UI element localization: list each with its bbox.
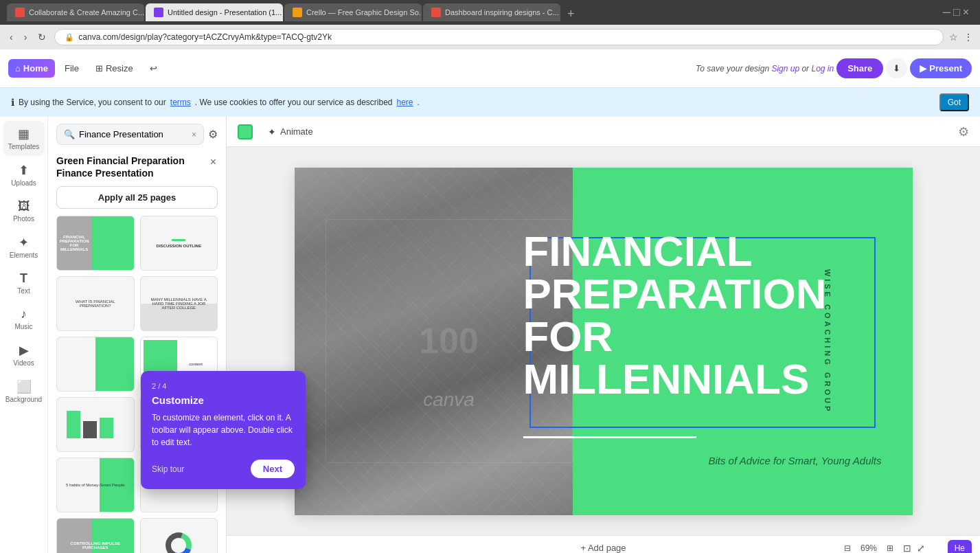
slide-title-area[interactable]: FINANCIAL PREPARATION FOR MILLENNIALS	[523, 230, 894, 400]
save-text-or: or	[799, 64, 811, 74]
sidebar-item-music[interactable]: ♪ Music	[3, 302, 45, 336]
template-close-button[interactable]: ×	[209, 155, 218, 170]
terms-link[interactable]: terms	[170, 98, 191, 107]
thumb-3-content: WHAT IS FINANCIAL PREPARATION?	[57, 277, 134, 330]
cookie-got-button[interactable]: Got	[939, 93, 969, 111]
uploads-icon: ⬆	[19, 163, 29, 178]
zoom-out-button[interactable]: ⊟	[840, 542, 855, 554]
address-bar-row: ‹ › ↻ 🔒 canva.com/design/play?category=t…	[0, 25, 980, 49]
resize-button[interactable]: ⊞ Resize	[89, 59, 140, 78]
search-input[interactable]	[79, 129, 187, 139]
undo-button[interactable]: ↩	[143, 59, 164, 78]
uploads-label: Uploads	[11, 179, 36, 187]
animate-label: Animate	[280, 126, 313, 137]
canvas-bottom-bar: + Add page ⊟ 69% ⊞ ⊡ ⤢ He	[227, 535, 980, 553]
new-tab-button[interactable]: +	[562, 7, 580, 21]
here-link[interactable]: here	[397, 98, 413, 107]
animate-button[interactable]: ✦ Animate	[261, 123, 320, 141]
download-button[interactable]: ⬇	[886, 58, 907, 78]
background-label: Background	[5, 396, 42, 403]
search-clear-icon[interactable]: ×	[192, 130, 196, 139]
sidebar-item-background[interactable]: ⬜ Background	[3, 374, 45, 409]
log-in-link[interactable]: Log in	[811, 64, 834, 74]
present-button[interactable]: ▶ Present	[910, 58, 972, 78]
title-word-preparation: PREPARATION	[523, 270, 827, 317]
skip-tour-button[interactable]: Skip tour	[152, 464, 184, 474]
forward-button[interactable]: ›	[21, 30, 30, 44]
template-thumb-4[interactable]: MANY MILLENNIALS HAVE A HARD TIME FINDIN…	[140, 276, 218, 331]
template-thumb-9[interactable]: 5 habits of Money-Smart People	[56, 458, 135, 512]
tab-3-favicon	[293, 8, 302, 17]
lock-icon: 🔒	[65, 33, 74, 42]
sidebar-item-text[interactable]: T Text	[3, 266, 45, 300]
zoom-in-button[interactable]: ⊞	[882, 542, 898, 554]
title-word-financial: FINANCIAL	[523, 227, 753, 275]
resize-label: Resize	[106, 63, 133, 74]
template-thumb-11[interactable]: CONTROLLING IMPULSE PURCHASES	[56, 518, 135, 553]
text-icon: T	[20, 271, 27, 286]
videos-icon: ▶	[19, 343, 29, 358]
template-thumb-7[interactable]	[56, 397, 135, 452]
template-thumb-5[interactable]	[56, 337, 135, 392]
template-thumb-12[interactable]	[140, 518, 218, 553]
address-bar[interactable]: 🔒 canva.com/design/play?category=tACZCrv…	[54, 29, 944, 45]
sidebar-item-videos[interactable]: ▶ Videos	[3, 337, 45, 372]
text-label: Text	[17, 287, 30, 295]
add-page-button[interactable]: + Add page	[572, 540, 634, 553]
home-icon: ⌂	[15, 63, 21, 74]
help-button[interactable]: He	[948, 540, 972, 554]
browser-chrome: Collaborate & Create Amazing C... × Unti…	[0, 0, 980, 25]
elements-icon: ✦	[19, 235, 29, 250]
filter-settings-icon[interactable]: ⚙	[958, 124, 969, 139]
canva-watermark: canva	[423, 389, 475, 411]
minimize-btn[interactable]: ─	[943, 6, 950, 19]
template-thumb-1[interactable]: FINANCIAL PREPARATION FOR MILLENNIALS	[56, 216, 135, 271]
file-label: File	[65, 63, 79, 74]
thumb-4-content: MANY MILLENNIALS HAVE A HARD TIME FINDIN…	[141, 277, 218, 330]
elements-label: Elements	[10, 251, 38, 259]
browser-tab-1[interactable]: Collaborate & Create Amazing C... ×	[7, 3, 144, 21]
add-page-label: + Add page	[580, 543, 626, 553]
sidebar-item-photos[interactable]: 🖼 Photos	[3, 194, 45, 228]
tab-1-label: Collaborate & Create Amazing C...	[29, 8, 144, 16]
filter-icon[interactable]: ⚙	[208, 128, 218, 141]
vertical-text-content: WISE COACHING GROUP	[823, 269, 832, 413]
sidebar-item-elements[interactable]: ✦ Elements	[3, 229, 45, 264]
sidebar-item-uploads[interactable]: ⬆ Uploads	[3, 157, 45, 192]
browser-tab-4[interactable]: Dashboard inspiring designs - C... ×	[423, 3, 560, 21]
search-box[interactable]: 🔍 ×	[56, 124, 204, 145]
more-icon[interactable]: ⋮	[964, 32, 973, 43]
browser-tab-3[interactable]: Crello — Free Graphic Design So... ×	[284, 3, 422, 21]
fit-icon[interactable]: ⊡	[903, 543, 911, 554]
address-text: canva.com/design/play?category=tACZCrvyA…	[78, 32, 933, 42]
share-label: Share	[847, 63, 872, 74]
thumb-1-content: FINANCIAL PREPARATION FOR MILLENNIALS	[57, 216, 134, 270]
bookmark-icon[interactable]: ☆	[949, 32, 958, 43]
sidebar-item-templates[interactable]: ▦ Templates	[3, 121, 45, 156]
reload-button[interactable]: ↻	[35, 30, 49, 44]
browser-tab-2[interactable]: Untitled design - Presentation (1... ×	[146, 3, 283, 21]
apply-all-button[interactable]: Apply all 25 pages	[56, 186, 218, 209]
template-thumb-3[interactable]: WHAT IS FINANCIAL PREPARATION?	[56, 276, 135, 331]
thumb-9-content: 5 habits of Money-Smart People	[57, 458, 134, 512]
back-button[interactable]: ‹	[7, 30, 16, 44]
resize-icon: ⊞	[95, 63, 103, 74]
slide-title-line2: PREPARATION	[523, 273, 894, 315]
info-icon: ℹ	[11, 97, 14, 108]
home-button[interactable]: ⌂ Home	[8, 59, 55, 78]
present-label: Present	[929, 63, 962, 74]
slide-container[interactable]: 100 canva FINANCIAL	[295, 168, 913, 515]
file-button[interactable]: File	[58, 59, 86, 78]
maximize-btn[interactable]: □	[953, 6, 960, 19]
color-swatch[interactable]	[238, 124, 253, 139]
slide-subtitle[interactable]: Bits of Advice for Smart, Young Adults	[708, 455, 881, 466]
template-thumb-2[interactable]: DISCUSSION OUTLINE	[140, 216, 218, 271]
tab-3-label: Crello — Free Graphic Design So...	[306, 8, 422, 16]
next-button[interactable]: Next	[251, 460, 295, 478]
share-button[interactable]: Share	[836, 58, 883, 78]
photos-label: Photos	[13, 215, 34, 223]
fullscreen-icon[interactable]: ⤢	[917, 543, 925, 554]
sign-up-link[interactable]: Sign up	[771, 64, 799, 74]
music-icon: ♪	[21, 307, 27, 321]
close-window-btn[interactable]: ×	[963, 6, 969, 19]
